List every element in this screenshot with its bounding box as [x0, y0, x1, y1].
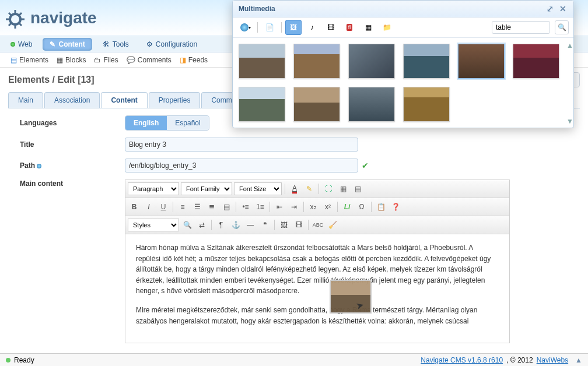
- superscript-button[interactable]: x²: [321, 200, 334, 213]
- home-icon[interactable]: ▾: [237, 20, 254, 35]
- image-button[interactable]: 🖼: [278, 219, 290, 231]
- logo: navigate: [4, 6, 97, 30]
- fullscreen-button[interactable]: ⛶: [322, 182, 335, 195]
- path-input[interactable]: [125, 159, 358, 173]
- nav-content[interactable]: ✎Content: [43, 38, 92, 51]
- number-list-button[interactable]: 1≡: [254, 200, 267, 213]
- align-center-button[interactable]: ☰: [191, 200, 204, 213]
- textcolor-button[interactable]: A: [288, 182, 301, 195]
- link-button[interactable]: Li: [341, 200, 354, 213]
- maximize-icon[interactable]: ⤢: [545, 4, 555, 13]
- search-input[interactable]: [492, 21, 550, 34]
- lang-english[interactable]: English: [125, 116, 167, 130]
- svg-line-5: [9, 13, 12, 16]
- copyright-text: , © 2012: [506, 356, 533, 364]
- version-link[interactable]: Navigate CMS v1.6.8 r610: [421, 356, 503, 364]
- subscript-button[interactable]: x₂: [307, 200, 320, 213]
- indent-button[interactable]: ⇥: [288, 200, 300, 213]
- bullet-list-button[interactable]: •≡: [239, 200, 252, 213]
- filter-video-icon[interactable]: 🎞: [323, 20, 339, 35]
- check-icon: ✔: [362, 161, 369, 170]
- char-button[interactable]: ¶: [215, 219, 228, 231]
- filter-grid-icon[interactable]: ▦: [360, 20, 376, 35]
- title-input[interactable]: [125, 138, 358, 152]
- thumbnail-10[interactable]: [403, 87, 450, 122]
- scroll-down-icon[interactable]: ▼: [566, 117, 572, 124]
- logo-text: navigate: [30, 9, 97, 27]
- thumbnail-1[interactable]: [239, 44, 285, 79]
- globe-small-icon: [37, 164, 41, 168]
- nav-web[interactable]: Web: [4, 38, 39, 51]
- align-left-button[interactable]: ≡: [176, 200, 189, 213]
- paragraph-select[interactable]: Paragraph: [128, 182, 179, 195]
- bold-button[interactable]: B: [128, 200, 141, 213]
- media-button2[interactable]: 🎞: [292, 219, 305, 231]
- thumbnail-5[interactable]: [458, 44, 505, 79]
- main-content-label: Main content: [20, 180, 125, 188]
- outdent-button[interactable]: ⇤: [273, 200, 286, 213]
- search-button[interactable]: 🔍: [555, 20, 569, 34]
- styles-select[interactable]: Styles: [128, 219, 179, 231]
- company-link[interactable]: NaviWebs: [537, 356, 568, 364]
- multimedia-dialog: Multimedia ⤢ ✕ ▾ 📄 🖼 ♪ 🎞 fl ▦ 📁 🔍 ▲ ▼: [232, 0, 574, 128]
- nav-tools[interactable]: 🛠Tools: [96, 38, 136, 51]
- subnav-elements[interactable]: ▤Elements: [10, 56, 48, 64]
- table-button[interactable]: ▦: [337, 182, 349, 195]
- lang-espanol[interactable]: Español: [167, 116, 208, 130]
- tab-properties[interactable]: Properties: [149, 92, 201, 108]
- tab-main[interactable]: Main: [8, 92, 43, 108]
- special-button[interactable]: Ω: [355, 200, 368, 213]
- newdoc-icon[interactable]: 📄: [261, 20, 278, 35]
- subnav-files[interactable]: 🗀Files: [94, 56, 118, 64]
- scroll-up-icon[interactable]: ▲: [566, 41, 572, 48]
- cleanup-button[interactable]: 🧹: [326, 219, 339, 231]
- paragraph-2: Mire méretei megkétszereződtek, már senk…: [136, 305, 499, 326]
- nav-tools-label: Tools: [113, 40, 129, 48]
- editor-toolbar-1: Paragraph Font Family Font Size A ✎ ⛶ ▦ …: [125, 180, 509, 198]
- dialog-titlebar[interactable]: Multimedia ⤢ ✕: [233, 1, 573, 17]
- files-icon: 🗀: [94, 56, 101, 64]
- anchor-button[interactable]: ⚓: [229, 219, 242, 231]
- align-justify-button[interactable]: ▤: [220, 200, 233, 213]
- thumbnail-4[interactable]: [403, 44, 450, 79]
- thumbnail-8[interactable]: [293, 87, 340, 122]
- bgcolor-button[interactable]: ✎: [303, 182, 316, 195]
- filter-audio-icon[interactable]: ♪: [304, 20, 320, 35]
- spellcheck-button[interactable]: ABC: [312, 219, 324, 231]
- nav-config-label: Configuration: [156, 40, 197, 48]
- paste-button[interactable]: 📋: [374, 200, 387, 213]
- table2-button[interactable]: ▤: [351, 182, 364, 195]
- dragging-thumbnail[interactable]: [330, 280, 372, 314]
- filter-folder-icon[interactable]: 📁: [379, 20, 395, 35]
- thumbnail-2[interactable]: [293, 44, 340, 79]
- align-right-button[interactable]: ≣: [205, 200, 218, 213]
- filter-flash-icon[interactable]: fl: [341, 20, 358, 35]
- quote-button[interactable]: ❝: [258, 219, 271, 231]
- up-arrow-icon[interactable]: ▲: [575, 356, 582, 364]
- fontsize-select[interactable]: Font Size: [234, 182, 282, 195]
- find-button[interactable]: 🔍: [181, 219, 194, 231]
- underline-button[interactable]: U: [157, 200, 170, 213]
- editor-content[interactable]: Három hónap múlva a Szítának átkeresztel…: [125, 234, 509, 343]
- subnav-blocks[interactable]: ▦Blocks: [57, 56, 86, 64]
- thumbnail-3[interactable]: [348, 44, 395, 79]
- fontfamily-select[interactable]: Font Family: [181, 182, 232, 195]
- thumbnail-6[interactable]: [513, 44, 559, 79]
- tab-association[interactable]: Association: [44, 92, 100, 108]
- filter-image-icon[interactable]: 🖼: [285, 20, 302, 35]
- subnav-feeds[interactable]: ◨Feeds: [180, 56, 208, 64]
- subnav-comments[interactable]: 💬Comments: [127, 56, 172, 64]
- italic-button[interactable]: I: [142, 200, 155, 213]
- pencil-icon: ✎: [50, 40, 55, 48]
- close-icon[interactable]: ✕: [558, 4, 568, 13]
- help-button[interactable]: ❓: [389, 200, 402, 213]
- thumbnail-9[interactable]: [348, 87, 395, 122]
- language-tabs: English Español: [125, 115, 209, 131]
- nav-web-label: Web: [18, 40, 32, 48]
- thumbnail-7[interactable]: [239, 87, 285, 122]
- hr-button[interactable]: —: [244, 219, 257, 231]
- replace-button[interactable]: ⇄: [195, 219, 208, 231]
- tab-content[interactable]: Content: [101, 92, 147, 108]
- comments-icon: 💬: [127, 56, 135, 64]
- nav-configuration[interactable]: ⚙Configuration: [139, 38, 204, 51]
